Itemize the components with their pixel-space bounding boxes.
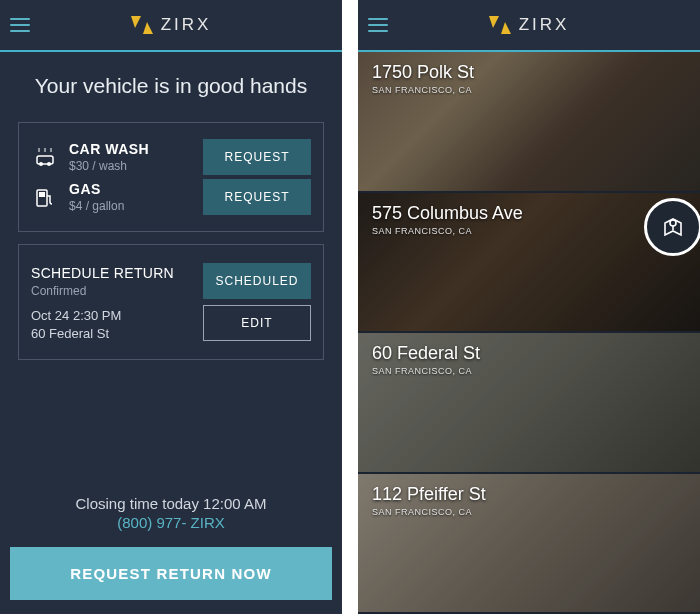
svg-marker-10	[489, 16, 499, 28]
location-list[interactable]: 1750 Polk St SAN FRANCISCO, CA 575 Colum…	[358, 52, 700, 614]
request-return-button[interactable]: REQUEST RETURN NOW	[10, 547, 332, 600]
logo-icon	[489, 16, 513, 34]
svg-marker-0	[131, 16, 141, 28]
menu-icon[interactable]	[368, 18, 388, 32]
svg-marker-11	[501, 22, 511, 34]
svg-marker-1	[143, 22, 153, 34]
brand: ZIRX	[489, 15, 570, 35]
location-city: SAN FRANCISCO, CA	[372, 507, 686, 517]
location-city: SAN FRANCISCO, CA	[372, 366, 686, 376]
phone-link[interactable]: (800) 977- ZIRX	[0, 514, 342, 547]
brand-text: ZIRX	[161, 15, 212, 35]
service-row-carwash: CAR WASH $30 / wash REQUEST	[31, 139, 311, 175]
svg-point-4	[47, 162, 51, 166]
right-screen: ZIRX 1750 Polk St SAN FRANCISCO, CA 575 …	[358, 0, 700, 614]
map-pin-icon	[659, 213, 687, 241]
location-item[interactable]: 112 Pfeiffer St SAN FRANCISCO, CA	[358, 474, 700, 615]
service-sub: $30 / wash	[69, 159, 203, 173]
schedule-datetime: Oct 24 2:30 PM	[31, 308, 121, 323]
service-row-gas: GAS $4 / gallon REQUEST	[31, 179, 311, 215]
service-sub: $4 / gallon	[69, 199, 203, 213]
schedule-address: 60 Federal St	[31, 326, 121, 341]
services-card: CAR WASH $30 / wash REQUEST GAS $4 / gal…	[18, 122, 324, 232]
brand: ZIRX	[131, 15, 212, 35]
location-address: 60 Federal St	[372, 343, 686, 364]
gas-pump-icon	[31, 183, 59, 211]
brand-text: ZIRX	[519, 15, 570, 35]
menu-icon[interactable]	[10, 18, 30, 32]
request-gas-button[interactable]: REQUEST	[203, 179, 311, 215]
map-button[interactable]	[644, 198, 700, 256]
logo-icon	[131, 16, 155, 34]
svg-rect-9	[39, 192, 45, 197]
car-wash-icon	[31, 143, 59, 171]
request-carwash-button[interactable]: REQUEST	[203, 139, 311, 175]
location-address: 1750 Polk St	[372, 62, 686, 83]
left-screen: ZIRX Your vehicle is in good hands CAR W…	[0, 0, 342, 614]
location-city: SAN FRANCISCO, CA	[372, 85, 686, 95]
svg-point-3	[39, 162, 43, 166]
location-item[interactable]: 60 Federal St SAN FRANCISCO, CA	[358, 333, 700, 474]
closing-time: Closing time today 12:00 AM	[0, 485, 342, 514]
location-address: 575 Columbus Ave	[372, 203, 686, 224]
location-address: 112 Pfeiffer St	[372, 484, 686, 505]
schedule-card: SCHEDULE RETURN Confirmed SCHEDULED Oct …	[18, 244, 324, 360]
topbar: ZIRX	[358, 0, 700, 52]
edit-button[interactable]: EDIT	[203, 305, 311, 341]
schedule-status: Confirmed	[31, 284, 174, 298]
location-item[interactable]: 1750 Polk St SAN FRANCISCO, CA	[358, 52, 700, 193]
svg-point-12	[670, 220, 676, 226]
service-title: CAR WASH	[69, 141, 203, 157]
schedule-title: SCHEDULE RETURN	[31, 265, 174, 281]
topbar: ZIRX	[0, 0, 342, 52]
scheduled-badge: SCHEDULED	[203, 263, 311, 299]
service-title: GAS	[69, 181, 203, 197]
location-city: SAN FRANCISCO, CA	[372, 226, 686, 236]
headline: Your vehicle is in good hands	[0, 52, 342, 116]
